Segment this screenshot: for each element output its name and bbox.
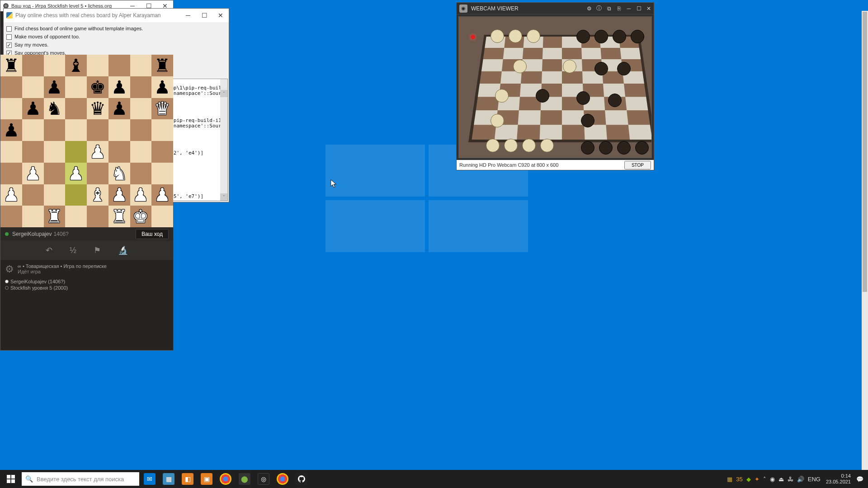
piece-wr[interactable]: ♜: [44, 206, 66, 227]
task-github-icon[interactable]: [293, 470, 310, 488]
square[interactable]: [87, 119, 108, 141]
copy-icon[interactable]: ⎘: [614, 3, 624, 14]
piece-bq[interactable]: ♛: [87, 98, 108, 120]
square[interactable]: ♝: [87, 184, 108, 206]
square[interactable]: ♚: [130, 206, 152, 227]
draw-offer-button[interactable]: ½: [70, 246, 76, 255]
square[interactable]: [0, 206, 22, 227]
square[interactable]: ♝: [65, 55, 87, 76]
tray-chevron-up-icon[interactable]: ˄: [763, 476, 766, 483]
piece-wn[interactable]: ♞: [108, 163, 130, 184]
tray-usb-icon[interactable]: ⏏: [778, 476, 784, 483]
square[interactable]: [65, 98, 87, 120]
square[interactable]: ♟: [87, 141, 108, 163]
opt-say-my-moves[interactable]: Say my moves.: [6, 41, 226, 48]
piece-wp[interactable]: ♟: [22, 163, 44, 184]
square[interactable]: ♟: [0, 184, 22, 206]
square[interactable]: [22, 119, 44, 141]
square[interactable]: [130, 141, 152, 163]
square[interactable]: [130, 98, 152, 120]
task-calculator-icon[interactable]: ▦: [160, 470, 177, 488]
square[interactable]: [22, 55, 44, 76]
square[interactable]: [87, 206, 108, 227]
square[interactable]: [87, 55, 108, 76]
tray-icon[interactable]: ✦: [755, 476, 760, 483]
piece-br[interactable]: ♜: [151, 55, 173, 76]
opt-opponent-moves[interactable]: Make moves of opponent too.: [6, 33, 226, 40]
piece-bp[interactable]: ♟: [151, 76, 173, 98]
tray-network-icon[interactable]: 🖧: [788, 476, 793, 483]
square[interactable]: [130, 163, 152, 184]
piece-br[interactable]: ♜: [0, 55, 22, 76]
maximize-button[interactable]: ☐: [634, 3, 644, 14]
square[interactable]: [22, 141, 44, 163]
square[interactable]: ♟: [151, 184, 173, 206]
square[interactable]: [65, 119, 87, 141]
task-obs-icon[interactable]: ◎: [255, 470, 272, 488]
piece-bn[interactable]: ♞: [44, 98, 66, 120]
square[interactable]: [151, 141, 173, 163]
square[interactable]: ♟: [130, 184, 152, 206]
info-icon[interactable]: ⓘ: [594, 3, 604, 14]
piece-bp[interactable]: ♟: [108, 98, 130, 120]
settings-icon[interactable]: ⚙: [584, 3, 594, 14]
resign-icon[interactable]: ⚑: [94, 245, 101, 255]
piece-wp[interactable]: ♟: [151, 184, 173, 206]
piece-wr[interactable]: ♜: [108, 206, 130, 227]
search-input[interactable]: 🔍 Введите здесь текст для поиска: [22, 472, 139, 486]
square[interactable]: ♟: [0, 119, 22, 141]
square[interactable]: ♟: [108, 98, 130, 120]
task-mail-icon[interactable]: ✉: [141, 470, 158, 488]
square[interactable]: ♛: [87, 98, 108, 120]
task-app-icon[interactable]: ◧: [179, 470, 196, 488]
tray-lang[interactable]: ENG: [808, 476, 821, 483]
square[interactable]: [65, 206, 87, 227]
square[interactable]: ♛: [151, 98, 173, 120]
opt-find-board[interactable]: Find chess board of online game without …: [6, 25, 226, 32]
square[interactable]: [151, 206, 173, 227]
tray-location-icon[interactable]: ◉: [770, 476, 775, 483]
square[interactable]: [0, 98, 22, 120]
piece-bk[interactable]: ♚: [87, 76, 108, 98]
piece-bp[interactable]: ♟: [108, 76, 130, 98]
square[interactable]: ♚: [87, 76, 108, 98]
gear-icon[interactable]: ⚙: [5, 263, 14, 275]
square[interactable]: [108, 55, 130, 76]
piece-bb[interactable]: ♝: [65, 55, 87, 76]
square[interactable]: ♟: [44, 76, 66, 98]
square[interactable]: [87, 163, 108, 184]
square[interactable]: [65, 141, 87, 163]
tray-nvidia-icon[interactable]: ◆: [746, 476, 751, 483]
square[interactable]: ♟: [151, 76, 173, 98]
piece-wp[interactable]: ♟: [130, 184, 152, 206]
piece-bp[interactable]: ♟: [0, 119, 22, 141]
task-chrome-icon[interactable]: [274, 470, 291, 488]
square[interactable]: [0, 163, 22, 184]
square[interactable]: [0, 141, 22, 163]
piece-wp[interactable]: ♟: [108, 184, 130, 206]
square[interactable]: ♟: [65, 163, 87, 184]
log-scrollbar[interactable]: ˄ ˅: [220, 79, 227, 201]
square[interactable]: [44, 55, 66, 76]
analysis-icon[interactable]: 🔬: [118, 245, 128, 255]
square[interactable]: ♞: [44, 98, 66, 120]
scroll-up-icon[interactable]: ˄: [220, 90, 227, 97]
square[interactable]: [44, 119, 66, 141]
tray-temp[interactable]: 35: [736, 476, 742, 483]
tray-icon[interactable]: ▦: [727, 476, 732, 483]
square[interactable]: ♜: [151, 55, 173, 76]
tray-notifications-icon[interactable]: 💬: [856, 476, 863, 483]
square[interactable]: [65, 76, 87, 98]
square[interactable]: ♜: [108, 206, 130, 227]
square[interactable]: [130, 119, 152, 141]
minimize-button[interactable]: ─: [624, 3, 634, 14]
piece-bp[interactable]: ♟: [44, 76, 66, 98]
square[interactable]: ♟: [108, 184, 130, 206]
square[interactable]: [22, 206, 44, 227]
start-button[interactable]: [0, 470, 22, 488]
piece-wp[interactable]: ♟: [65, 163, 87, 184]
square[interactable]: [0, 76, 22, 98]
piece-wq[interactable]: ♛: [151, 98, 173, 120]
tray-volume-icon[interactable]: 🔊: [797, 476, 804, 483]
piece-wk[interactable]: ♚: [130, 206, 152, 227]
